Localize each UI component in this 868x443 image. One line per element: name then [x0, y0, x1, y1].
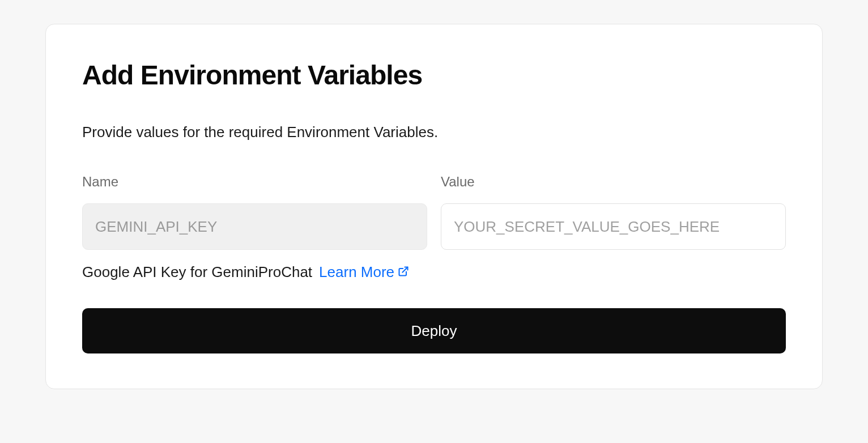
- value-group: Value: [441, 174, 786, 250]
- helper-text: Google API Key for GeminiProChat: [82, 263, 312, 281]
- learn-more-link[interactable]: Learn More: [319, 263, 409, 281]
- external-link-icon: [398, 263, 409, 281]
- helper-row: Google API Key for GeminiProChat Learn M…: [82, 263, 786, 281]
- name-input: [82, 203, 427, 250]
- deploy-button[interactable]: Deploy: [82, 308, 786, 353]
- card-description: Provide values for the required Environm…: [82, 123, 786, 141]
- form-row: Name Value: [82, 174, 786, 250]
- card-title: Add Environment Variables: [82, 59, 786, 91]
- learn-more-text: Learn More: [319, 263, 394, 281]
- value-label: Value: [441, 174, 786, 190]
- name-group: Name: [82, 174, 427, 250]
- svg-line-0: [402, 267, 407, 272]
- value-input[interactable]: [441, 203, 786, 250]
- name-label: Name: [82, 174, 427, 190]
- env-variables-card: Add Environment Variables Provide values…: [45, 24, 823, 389]
